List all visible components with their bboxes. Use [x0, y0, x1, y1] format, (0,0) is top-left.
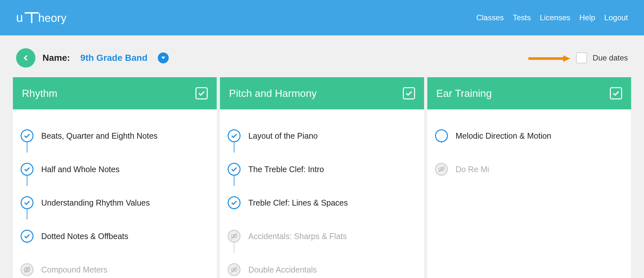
lesson-label: Understanding Rhythm Values	[41, 198, 150, 208]
column-body: Layout of the Piano The Treble Clef: Int…	[220, 109, 424, 278]
lesson-item[interactable]: Melodic Direction & Motion	[435, 119, 623, 153]
column-ear-training: Ear Training Melodic Direction & Motion …	[427, 77, 631, 278]
subheader-right: Due dates	[528, 52, 628, 63]
svg-marker-4	[563, 55, 570, 62]
due-dates-checkbox[interactable]	[576, 52, 587, 63]
app-header: u heory Classes Tests Licenses Help Logo…	[0, 0, 644, 35]
lesson-label: Dotted Notes & Offbeats	[41, 232, 128, 241]
lesson-item[interactable]: Compound Meters	[21, 253, 209, 278]
lesson-label: Melodic Direction & Motion	[456, 131, 551, 141]
subheader: Name: 9th Grade Band Due dates	[0, 35, 644, 77]
lesson-item[interactable]: Accidentals: Sharps & Flats	[228, 219, 416, 253]
subheader-left: Name: 9th Grade Band	[16, 48, 169, 68]
column-body: Melodic Direction & Motion Do Re Mi	[427, 109, 631, 189]
column-header: Rhythm	[13, 77, 217, 109]
lesson-label: Compound Meters	[41, 265, 108, 274]
status-empty-icon	[435, 129, 448, 142]
nav-tests[interactable]: Tests	[513, 13, 531, 22]
back-button[interactable]	[16, 48, 35, 68]
status-hidden-icon	[228, 263, 241, 276]
column-title: Ear Training	[436, 88, 492, 99]
column-check-toggle[interactable]	[195, 87, 208, 99]
lesson-item[interactable]: Dotted Notes & Offbeats	[21, 219, 209, 253]
svg-text:heory: heory	[38, 12, 67, 24]
logo-icon: u heory	[16, 11, 73, 25]
lesson-label: Accidentals: Sharps & Flats	[248, 232, 347, 241]
status-checked-icon	[228, 196, 241, 209]
due-dates-label: Due dates	[593, 53, 628, 62]
svg-text:u: u	[16, 11, 23, 24]
status-checked-icon	[21, 129, 33, 142]
status-hidden-icon	[228, 230, 241, 243]
nav-logout[interactable]: Logout	[604, 13, 628, 22]
lesson-label: Layout of the Piano	[248, 131, 317, 141]
check-icon	[405, 90, 412, 96]
check-icon	[198, 90, 205, 96]
column-title: Pitch and Harmony	[229, 88, 317, 99]
lesson-label: Do Re Mi	[456, 165, 489, 174]
chevron-down-icon	[161, 56, 166, 60]
lesson-label: Treble Clef: Lines & Spaces	[248, 198, 348, 208]
logo[interactable]: u heory	[16, 11, 73, 25]
lesson-label: Double Accidentals	[248, 265, 317, 274]
status-checked-icon	[21, 163, 33, 176]
column-header: Pitch and Harmony	[220, 77, 424, 109]
lesson-label: Beats, Quarter and Eighth Notes	[41, 131, 157, 141]
column-body: Beats, Quarter and Eighth Notes Half and…	[13, 109, 217, 278]
lesson-item[interactable]: Understanding Rhythm Values	[21, 186, 209, 219]
lesson-item[interactable]: Treble Clef: Lines & Spaces	[228, 186, 416, 219]
lesson-item[interactable]: Half and Whole Notes	[21, 153, 209, 186]
class-dropdown-button[interactable]	[158, 52, 169, 63]
lesson-item[interactable]: Double Accidentals	[228, 253, 416, 278]
nav-help[interactable]: Help	[579, 13, 595, 22]
status-hidden-icon	[435, 163, 448, 176]
class-name[interactable]: 9th Grade Band	[80, 53, 147, 63]
chevron-left-icon	[22, 54, 29, 61]
lesson-item[interactable]: Do Re Mi	[435, 153, 623, 186]
lesson-item[interactable]: The Treble Clef: Intro	[228, 153, 416, 186]
lesson-item[interactable]: Beats, Quarter and Eighth Notes	[21, 119, 209, 153]
nav-licenses[interactable]: Licenses	[540, 13, 571, 22]
status-checked-icon	[228, 163, 241, 176]
column-check-toggle[interactable]	[610, 87, 622, 99]
column-pitch-harmony: Pitch and Harmony Layout of the Piano Th…	[220, 77, 424, 278]
lesson-item[interactable]: Layout of the Piano	[228, 119, 416, 153]
status-checked-icon	[21, 196, 33, 209]
column-check-toggle[interactable]	[403, 87, 415, 99]
name-label: Name:	[43, 53, 70, 63]
nav-classes[interactable]: Classes	[476, 13, 504, 22]
columns: Rhythm Beats, Quarter and Eighth Notes H…	[0, 77, 644, 278]
column-header: Ear Training	[427, 77, 631, 109]
status-checked-icon	[228, 129, 241, 142]
check-icon	[612, 90, 620, 96]
column-rhythm: Rhythm Beats, Quarter and Eighth Notes H…	[13, 77, 217, 278]
top-nav: Classes Tests Licenses Help Logout	[476, 13, 628, 22]
svg-line-17	[439, 166, 444, 172]
svg-marker-2	[161, 57, 165, 59]
column-title: Rhythm	[22, 88, 57, 99]
status-hidden-icon	[21, 263, 33, 276]
lesson-label: Half and Whole Notes	[41, 165, 119, 174]
lesson-label: The Treble Clef: Intro	[248, 165, 324, 174]
arrow-annotation	[528, 55, 570, 61]
status-checked-icon	[21, 230, 33, 243]
svg-line-14	[231, 267, 237, 273]
svg-line-11	[231, 233, 237, 239]
